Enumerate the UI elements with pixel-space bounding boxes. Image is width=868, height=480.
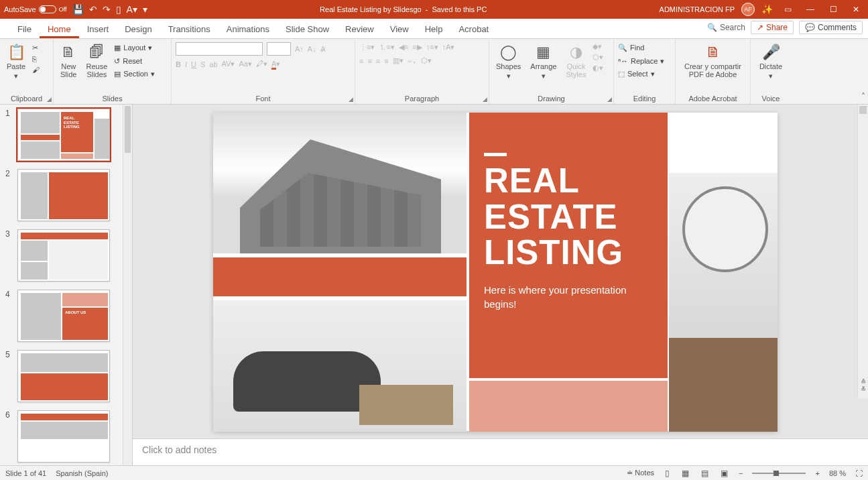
tab-insert[interactable]: Insert xyxy=(79,20,117,38)
slideshow-view-icon[interactable]: ▣ xyxy=(719,469,729,478)
tab-review[interactable]: Review xyxy=(337,20,382,38)
format-painter-icon[interactable]: 🖌 xyxy=(32,66,40,74)
thumbnail-2[interactable]: 2 xyxy=(0,165,132,225)
zoom-slider[interactable] xyxy=(752,473,806,474)
autosave-toggle[interactable]: AutoSave Off xyxy=(4,5,67,13)
copy-icon[interactable]: ⎘ xyxy=(32,55,40,63)
undo-icon[interactable]: ↶ xyxy=(89,4,97,15)
collapse-ribbon-icon[interactable]: ˄ xyxy=(861,92,865,101)
justify-icon[interactable]: ≡ xyxy=(384,57,388,65)
columns-icon[interactable]: ▥▾ xyxy=(393,56,404,65)
tab-view[interactable]: View xyxy=(382,20,417,38)
underline-icon[interactable]: U xyxy=(191,60,196,68)
replace-button[interactable]: ᵃ↔Replace▾ xyxy=(618,56,664,68)
highlight-icon[interactable]: 🖍▾ xyxy=(256,60,267,68)
char-spacing-icon[interactable]: AV▾ xyxy=(222,60,235,68)
paste-button[interactable]: 📋 Paste ▾ xyxy=(4,42,28,82)
slideshow-start-icon[interactable]: ▯ xyxy=(116,4,121,15)
minimize-icon[interactable]: — xyxy=(802,5,818,14)
zoom-out-icon[interactable]: − xyxy=(739,469,743,477)
align-center-icon[interactable]: ≡ xyxy=(367,57,371,65)
share-button[interactable]: ↗ Share xyxy=(751,21,794,34)
layout-button[interactable]: ▦Layout▾ xyxy=(114,42,155,54)
thumbnail-6[interactable]: 6 xyxy=(0,406,132,465)
font-dropdown-icon[interactable]: A▾ xyxy=(127,4,137,15)
dictate-button[interactable]: 🎤 Dictate▾ xyxy=(757,42,785,82)
tab-help[interactable]: Help xyxy=(417,20,451,38)
shape-effects-icon[interactable]: ◐▾ xyxy=(593,64,603,72)
current-slide[interactable]: REAL ESTATE LISTING Here is where your p… xyxy=(213,113,778,431)
shapes-button[interactable]: ◯ Shapes▾ xyxy=(493,42,523,82)
tab-design[interactable]: Design xyxy=(117,20,160,38)
thumbnails-scrollbar[interactable] xyxy=(123,105,132,465)
qat-customize-icon[interactable]: ▾ xyxy=(143,4,147,15)
cut-icon[interactable]: ✂ xyxy=(32,44,40,52)
tab-home[interactable]: Home xyxy=(40,20,79,38)
save-icon[interactable]: 💾 xyxy=(72,4,84,15)
comments-button[interactable]: 💬 Comments xyxy=(799,21,863,34)
font-color-icon[interactable]: A▾ xyxy=(271,60,280,68)
coming-soon-icon[interactable]: ✨ xyxy=(761,4,773,15)
tab-file[interactable]: File xyxy=(9,20,40,38)
font-size-input[interactable] xyxy=(267,42,291,56)
bullets-icon[interactable]: ⋮≡▾ xyxy=(359,43,375,52)
prev-slide-icon[interactable]: ≙ xyxy=(861,378,866,385)
clipboard-launcher-icon[interactable]: ◢ xyxy=(47,96,52,103)
line-spacing-icon[interactable]: ↕≡▾ xyxy=(426,43,438,52)
shape-outline-icon[interactable]: ⬡▾ xyxy=(593,53,603,62)
paragraph-launcher-icon[interactable]: ◢ xyxy=(483,96,487,103)
indent-increase-icon[interactable]: ≡▶ xyxy=(412,43,422,52)
change-case-icon[interactable]: Aa▾ xyxy=(239,60,251,68)
strikethrough-icon[interactable]: S xyxy=(200,60,205,68)
thumbnail-1[interactable]: 1 REALESTATELISTING xyxy=(0,105,132,165)
italic-icon[interactable]: I xyxy=(185,60,187,68)
user-avatar[interactable]: AF xyxy=(741,3,755,16)
slide-title-block[interactable]: REAL ESTATE LISTING Here is where your p… xyxy=(469,113,668,378)
font-launcher-icon[interactable]: ◢ xyxy=(349,96,353,103)
reading-view-icon[interactable]: ▤ xyxy=(700,469,710,478)
close-icon[interactable]: ✕ xyxy=(848,5,864,14)
maximize-icon[interactable]: ☐ xyxy=(825,5,841,14)
notes-toggle[interactable]: ≐ Notes xyxy=(627,469,654,477)
sorter-view-icon[interactable]: ▦ xyxy=(680,469,690,478)
canvas-scrollbar[interactable]: ≙ ≚ xyxy=(857,105,868,398)
thumbnail-5[interactable]: 5 xyxy=(0,346,132,406)
quick-styles-button[interactable]: ◑ Quick Styles xyxy=(563,42,588,80)
select-button[interactable]: ⬚Select▾ xyxy=(618,68,655,80)
tab-animations[interactable]: Animations xyxy=(219,20,277,38)
smartart-icon[interactable]: ⬡▾ xyxy=(421,56,432,65)
thumbnail-3[interactable]: 3 xyxy=(0,225,132,286)
indent-decrease-icon[interactable]: ◀≡ xyxy=(399,43,408,52)
ribbon-display-icon[interactable]: ▭ xyxy=(780,5,796,14)
drawing-launcher-icon[interactable]: ◢ xyxy=(607,96,612,103)
text-direction-icon[interactable]: ↕A▾ xyxy=(442,43,455,52)
language-status[interactable]: Spanish (Spain) xyxy=(56,469,108,477)
font-name-input[interactable] xyxy=(176,42,263,56)
notes-pane[interactable]: Click to add notes xyxy=(133,438,868,465)
redo-icon[interactable]: ↷ xyxy=(103,4,111,15)
slide-canvas[interactable]: REAL ESTATE LISTING Here is where your p… xyxy=(133,105,868,438)
normal-view-icon[interactable]: ▯ xyxy=(664,469,671,478)
increase-font-icon[interactable]: A↑ xyxy=(295,45,304,53)
decrease-font-icon[interactable]: A↓ xyxy=(308,45,316,53)
next-slide-icon[interactable]: ≚ xyxy=(861,385,866,393)
reuse-slides-button[interactable]: 🗐 Reuse Slides xyxy=(83,42,110,80)
align-text-icon[interactable]: ⎓▾ xyxy=(408,57,417,65)
zoom-in-icon[interactable]: + xyxy=(815,469,819,477)
zoom-level[interactable]: 88 % xyxy=(829,469,846,477)
align-right-icon[interactable]: ≡ xyxy=(376,57,380,65)
find-button[interactable]: 🔍Find xyxy=(618,42,644,54)
reset-button[interactable]: ↺Reset xyxy=(114,56,155,68)
clear-format-icon[interactable]: A̷ xyxy=(320,45,326,54)
align-left-icon[interactable]: ≡ xyxy=(359,57,363,65)
fit-window-icon[interactable]: ⛶ xyxy=(855,469,863,477)
create-pdf-button[interactable]: 🗎 Crear y compartir PDF de Adobe xyxy=(682,42,744,80)
arrange-button[interactable]: ▦ Arrange▾ xyxy=(528,42,559,82)
search-box[interactable]: 🔍 Search xyxy=(707,23,745,32)
tab-transitions[interactable]: Transitions xyxy=(160,20,219,38)
bold-icon[interactable]: B xyxy=(176,60,181,68)
section-button[interactable]: ▤Section▾ xyxy=(114,68,155,80)
shape-fill-icon[interactable]: ◆▾ xyxy=(593,42,603,51)
tab-acrobat[interactable]: Acrobat xyxy=(450,20,497,38)
numbering-icon[interactable]: ⒈≡▾ xyxy=(379,42,394,52)
